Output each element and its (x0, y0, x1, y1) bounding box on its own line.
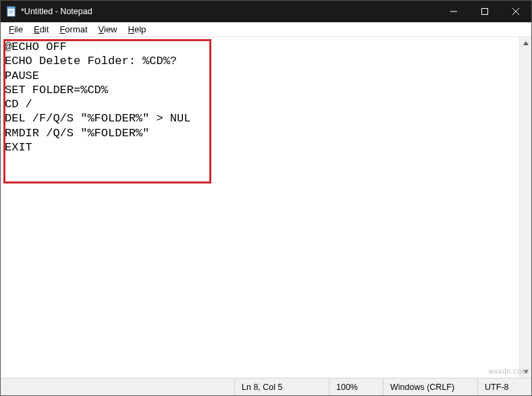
notepad-icon (6, 6, 17, 17)
svg-rect-6 (482, 9, 488, 15)
editor-area: @ECHO OFF ECHO Delete Folder: %CD%? PAUS… (1, 37, 531, 378)
status-cursor-position: Ln 8, Col 5 (234, 378, 329, 395)
window-controls (438, 1, 531, 22)
menu-view[interactable]: View (93, 23, 123, 36)
text-editor[interactable]: @ECHO OFF ECHO Delete Folder: %CD%? PAUS… (1, 37, 519, 378)
titlebar: *Untitled - Notepad (1, 1, 531, 22)
minimize-button[interactable] (438, 1, 469, 22)
maximize-button[interactable] (469, 1, 500, 22)
menubar: File Edit Format View Help (1, 22, 531, 37)
svg-marker-9 (523, 41, 529, 45)
vertical-scrollbar[interactable] (519, 37, 531, 378)
menu-edit[interactable]: Edit (28, 23, 54, 36)
scroll-up-icon[interactable] (520, 37, 531, 49)
statusbar: Ln 8, Col 5 100% Windows (CRLF) UTF-8 (1, 378, 531, 395)
status-spacer (1, 378, 234, 395)
menu-help[interactable]: Help (123, 23, 152, 36)
svg-rect-1 (7, 7, 15, 9)
status-zoom: 100% (329, 378, 383, 395)
window-title: *Untitled - Notepad (21, 7, 438, 16)
status-line-ending: Windows (CRLF) (383, 378, 477, 395)
close-button[interactable] (500, 1, 531, 22)
menu-format[interactable]: Format (54, 23, 92, 36)
status-encoding: UTF-8 (477, 378, 531, 395)
menu-file[interactable]: File (3, 23, 28, 36)
watermark-text: wsxdn.com (488, 367, 529, 375)
